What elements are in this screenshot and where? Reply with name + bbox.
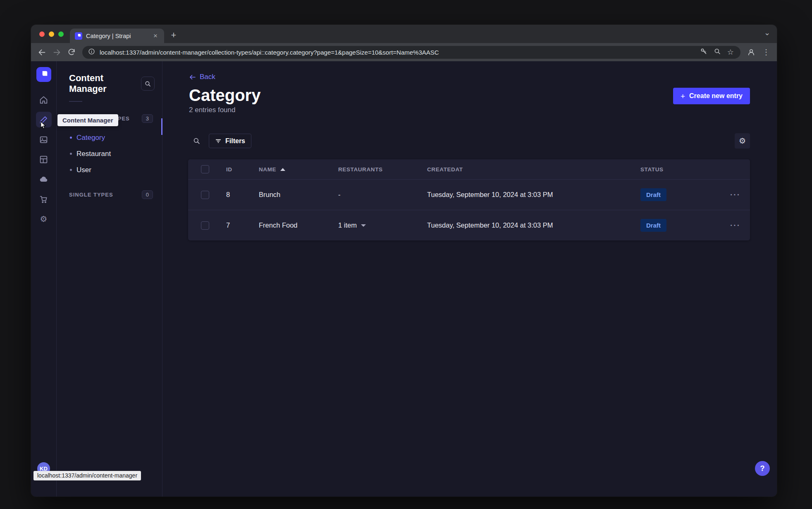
table-header-row: ID NAME RESTAURANTS CREATEDAT STATUS xyxy=(188,159,750,179)
filter-icon xyxy=(215,138,222,144)
page-title: Category xyxy=(189,86,260,104)
nav-content-type-builder[interactable] xyxy=(36,151,52,167)
back-link[interactable]: Back xyxy=(189,73,215,81)
status-badge: Draft xyxy=(640,219,666,232)
column-header-status: STATUS xyxy=(640,166,724,173)
column-header-restaurants: RESTAURANTS xyxy=(338,166,427,173)
cell-name: Brunch xyxy=(259,191,338,199)
row-actions-menu[interactable]: ··· xyxy=(724,190,750,199)
gear-icon: ⚙ xyxy=(40,214,48,224)
link-preview-status: localhost:1337/admin/content-manager xyxy=(33,471,141,480)
filters-button[interactable]: Filters xyxy=(209,134,251,148)
new-tab-button[interactable]: + xyxy=(167,29,180,41)
url-text: localhost:1337/admin/content-manager/col… xyxy=(100,49,695,56)
sidebar-search-button[interactable] xyxy=(141,77,155,91)
strapi-logo[interactable] xyxy=(36,67,51,82)
content-manager-tooltip: Content Manager xyxy=(57,114,118,126)
sidebar-item-user[interactable]: User xyxy=(57,162,162,178)
list-search-button[interactable] xyxy=(189,133,204,148)
address-bar[interactable]: localhost:1337/admin/content-manager/col… xyxy=(82,46,740,59)
create-new-entry-label: Create new entry xyxy=(689,92,743,100)
passwords-key-icon[interactable] xyxy=(700,48,707,57)
nav-media-library[interactable] xyxy=(36,132,52,147)
column-header-name[interactable]: NAME xyxy=(259,166,338,173)
browser-menu-kebab-icon[interactable]: ⋮ xyxy=(759,45,774,60)
strapi-favicon-icon xyxy=(75,32,82,40)
help-button[interactable]: ? xyxy=(755,461,770,476)
cell-createdat: Tuesday, September 10, 2024 at 3:03 PM xyxy=(427,221,640,229)
tab-title: Category | Strapi xyxy=(86,33,152,39)
sidebar-item-label: Restaurant xyxy=(76,150,111,158)
close-window-button[interactable] xyxy=(39,31,45,37)
tab-close-icon[interactable]: × xyxy=(152,31,159,40)
select-all-checkbox[interactable] xyxy=(201,165,209,173)
strapi-app: ⚙ KD Content Manager COLLECTION TYPES 3 … xyxy=(31,61,777,497)
row-actions-menu[interactable]: ··· xyxy=(724,221,750,230)
row-checkbox[interactable] xyxy=(201,191,209,199)
content-manager-sidebar: Content Manager COLLECTION TYPES 3 Categ… xyxy=(57,61,162,497)
window-controls xyxy=(39,31,64,37)
collection-types-count-badge: 3 xyxy=(142,114,153,123)
sidebar-item-label: User xyxy=(76,166,91,174)
single-types-count-badge: 0 xyxy=(142,190,153,199)
bullet-icon xyxy=(70,137,72,139)
sidebar-divider xyxy=(69,101,82,102)
zoom-window-button[interactable] xyxy=(58,31,64,37)
sidebar-item-label: Category xyxy=(76,134,105,142)
browser-forward-button[interactable] xyxy=(49,45,64,60)
cell-name: French Food xyxy=(259,221,338,229)
browser-tab[interactable]: Category | Strapi × xyxy=(70,29,164,43)
column-header-createdat[interactable]: CREATEDAT xyxy=(427,166,640,173)
cell-createdat: Tuesday, September 10, 2024 at 3:03 PM xyxy=(427,191,640,199)
browser-tab-strip: Category | Strapi × + ⌄ xyxy=(31,25,777,43)
nav-settings[interactable]: ⚙ xyxy=(36,211,52,227)
single-types-label: SINGLE TYPES xyxy=(69,192,113,198)
entries-table: ID NAME RESTAURANTS CREATEDAT STATUS 8 B… xyxy=(188,159,750,240)
site-info-icon[interactable] xyxy=(88,48,95,57)
chevron-down-icon xyxy=(361,224,366,227)
list-view-main: Back Category 2 entries found + Create n… xyxy=(162,61,777,497)
create-new-entry-button[interactable]: + Create new entry xyxy=(673,88,750,104)
nav-cloud[interactable] xyxy=(36,171,52,187)
collection-types-list: Category Restaurant User xyxy=(57,130,162,178)
tab-search-chevron-icon[interactable]: ⌄ xyxy=(764,28,770,37)
cell-id: 7 xyxy=(226,221,259,229)
sidebar-title: Content Manager xyxy=(69,73,141,94)
cell-id: 8 xyxy=(226,191,259,199)
column-header-id[interactable]: ID xyxy=(226,166,259,173)
sidebar-item-category[interactable]: Category xyxy=(57,130,162,146)
table-row[interactable]: 8 Brunch - Tuesday, September 10, 2024 a… xyxy=(188,179,750,210)
nav-marketplace[interactable] xyxy=(36,191,52,207)
browser-back-button[interactable] xyxy=(34,45,49,60)
table-row[interactable]: 7 French Food 1 item Tuesday, September … xyxy=(188,210,750,240)
sort-ascending-icon xyxy=(280,168,285,171)
cell-restaurants-expand[interactable]: 1 item xyxy=(338,221,427,229)
cell-restaurants: - xyxy=(338,191,427,199)
row-checkbox[interactable] xyxy=(201,221,209,230)
bullet-icon xyxy=(70,169,72,171)
browser-profile-icon[interactable] xyxy=(744,45,759,60)
gear-icon: ⚙ xyxy=(739,136,746,146)
plus-icon: + xyxy=(681,92,685,100)
bookmark-star-icon[interactable]: ☆ xyxy=(727,48,734,57)
view-settings-button[interactable]: ⚙ xyxy=(735,133,750,149)
status-badge: Draft xyxy=(640,188,666,201)
back-label: Back xyxy=(200,73,215,81)
browser-reload-button[interactable] xyxy=(64,45,79,60)
filters-label: Filters xyxy=(225,137,245,145)
bullet-icon xyxy=(70,153,72,155)
mouse-cursor xyxy=(39,121,48,132)
browser-address-toolbar: localhost:1337/admin/content-manager/col… xyxy=(31,43,777,61)
entries-count-text: 2 entries found xyxy=(189,106,235,114)
zoom-icon[interactable] xyxy=(714,48,721,57)
nav-home[interactable] xyxy=(36,92,52,108)
sidebar-item-restaurant[interactable]: Restaurant xyxy=(57,146,162,162)
active-item-indicator xyxy=(161,118,162,135)
minimize-window-button[interactable] xyxy=(49,31,54,37)
browser-window: Category | Strapi × + ⌄ localhost:1337/a… xyxy=(31,25,777,497)
